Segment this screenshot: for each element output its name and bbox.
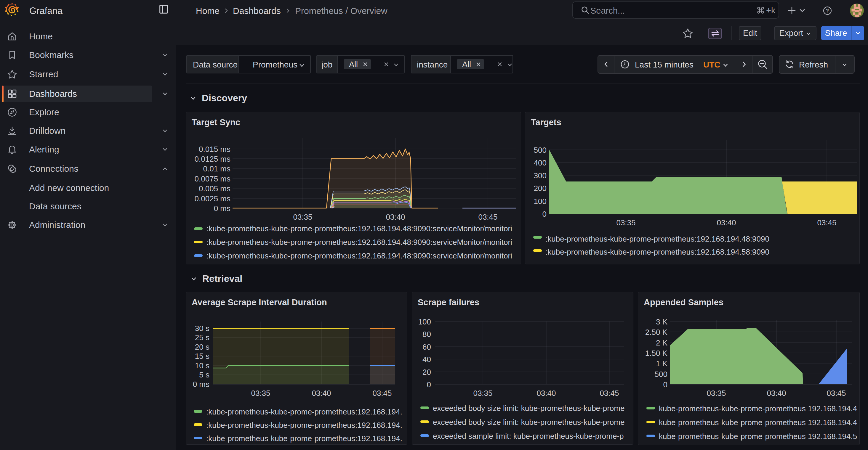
svg-text:?: ? [826,8,829,13]
